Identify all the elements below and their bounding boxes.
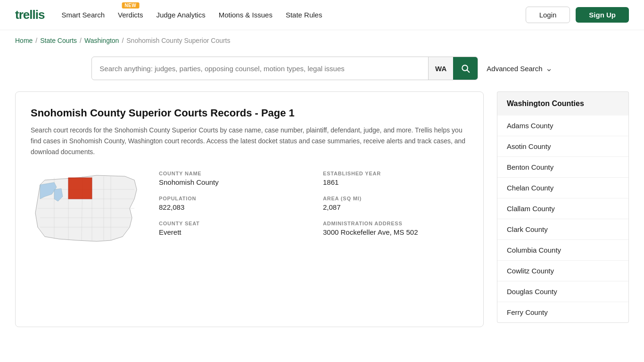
nav-link-smart-search[interactable]: Smart Search xyxy=(61,11,105,19)
sidebar-item-benton-county[interactable]: Benton County xyxy=(497,157,628,178)
population-group: POPULATION 822,083 xyxy=(159,196,304,211)
established-year-value: 1861 xyxy=(323,178,468,186)
content-description: Search court records for the Snohomish C… xyxy=(31,125,468,157)
population-label: POPULATION xyxy=(159,196,304,201)
svg-line-1 xyxy=(467,70,470,73)
breadcrumb-sep1: / xyxy=(35,37,37,44)
admin-address-group: ADMINISTRATION ADDRESS 3000 Rockefeller … xyxy=(323,221,468,236)
sidebar-item-columbia-county[interactable]: Columbia County xyxy=(497,240,628,261)
sidebar-item-clark-county[interactable]: Clark County xyxy=(497,219,628,240)
advanced-search[interactable]: Advanced Search ⌄ xyxy=(487,63,552,74)
login-button[interactable]: Login xyxy=(526,7,570,23)
county-seat-label: COUNTY SEAT xyxy=(159,221,304,226)
search-button[interactable] xyxy=(453,57,478,80)
nav-link-motions-&-issues[interactable]: Motions & Issues xyxy=(219,11,272,19)
breadcrumb-washington[interactable]: Washington xyxy=(84,37,119,44)
main-layout: Snohomish County Superior Courts Records… xyxy=(0,91,644,327)
sidebar-header: Washington Counties xyxy=(497,91,629,115)
county-seat-group: COUNTY SEAT Everett xyxy=(159,221,304,236)
nav-link-judge-analytics[interactable]: Judge Analytics xyxy=(156,11,205,19)
county-map xyxy=(31,171,144,246)
signup-button[interactable]: Sign Up xyxy=(576,7,629,23)
nav-left: trellis Smart SearchNEWVerdictsJudge Ana… xyxy=(15,8,322,22)
search-state-badge: WA xyxy=(428,57,453,80)
breadcrumb-state-courts[interactable]: State Courts xyxy=(40,37,77,44)
admin-address-label: ADMINISTRATION ADDRESS xyxy=(323,221,468,226)
area-value: 2,087 xyxy=(323,203,468,211)
breadcrumb-sep2: / xyxy=(80,37,82,44)
county-name-group: COUNTY NAME Snohomish County xyxy=(159,171,304,186)
county-name-value: Snohomish County xyxy=(159,178,304,186)
breadcrumb: Home / State Courts / Washington / Snoho… xyxy=(0,30,644,51)
svg-rect-13 xyxy=(68,178,92,199)
content-card: Snohomish County Superior Courts Records… xyxy=(15,91,484,327)
nav-right: Login Sign Up xyxy=(526,7,629,23)
nav-link-verdicts[interactable]: NEWVerdicts xyxy=(118,11,143,19)
nav-links: Smart SearchNEWVerdictsJudge AnalyticsMo… xyxy=(61,11,322,19)
navbar: trellis Smart SearchNEWVerdictsJudge Ana… xyxy=(0,0,644,30)
sidebar-counties-list: Adams CountyAsotin CountyBenton CountyCh… xyxy=(497,115,629,323)
breadcrumb-sep3: / xyxy=(122,37,124,44)
area-label: AREA (SQ MI) xyxy=(323,196,468,201)
page-title: Snohomish County Superior Courts Records… xyxy=(31,107,468,119)
sidebar-item-clallam-county[interactable]: Clallam County xyxy=(497,198,628,219)
washington-map-svg xyxy=(31,171,144,246)
breadcrumb-current: Snohomish County Superior Courts xyxy=(126,37,230,44)
sidebar-item-adams-county[interactable]: Adams County xyxy=(497,115,628,136)
sidebar-item-douglas-county[interactable]: Douglas County xyxy=(497,281,628,302)
chevron-down-icon: ⌄ xyxy=(545,63,553,74)
search-input[interactable] xyxy=(92,59,428,78)
search-icon xyxy=(461,64,470,73)
population-value: 822,083 xyxy=(159,203,304,211)
nav-link-state-rules[interactable]: State Rules xyxy=(286,11,322,19)
county-name-label: COUNTY NAME xyxy=(159,171,304,176)
county-details-grid: COUNTY NAME Snohomish County ESTABLISHED… xyxy=(159,171,468,236)
sidebar-item-chelan-county[interactable]: Chelan County xyxy=(497,178,628,198)
established-year-label: ESTABLISHED YEAR xyxy=(323,171,468,176)
search-wrapper: WA xyxy=(91,57,478,80)
admin-address-value: 3000 Rockefeller Ave, MS 502 xyxy=(323,228,468,236)
sidebar-item-cowlitz-county[interactable]: Cowlitz County xyxy=(497,261,628,281)
sidebar: Washington Counties Adams CountyAsotin C… xyxy=(497,91,629,323)
sidebar-item-ferry-county[interactable]: Ferry County xyxy=(497,302,628,322)
county-seat-value: Everett xyxy=(159,228,304,236)
new-badge: NEW xyxy=(122,2,139,8)
county-info: COUNTY NAME Snohomish County ESTABLISHED… xyxy=(31,171,468,246)
logo[interactable]: trellis xyxy=(15,8,44,22)
breadcrumb-home[interactable]: Home xyxy=(15,37,33,44)
sidebar-item-asotin-county[interactable]: Asotin County xyxy=(497,136,628,157)
advanced-search-label: Advanced Search xyxy=(487,65,542,73)
search-section: WA Advanced Search ⌄ xyxy=(0,51,644,91)
area-group: AREA (SQ MI) 2,087 xyxy=(323,196,468,211)
established-year-group: ESTABLISHED YEAR 1861 xyxy=(323,171,468,186)
